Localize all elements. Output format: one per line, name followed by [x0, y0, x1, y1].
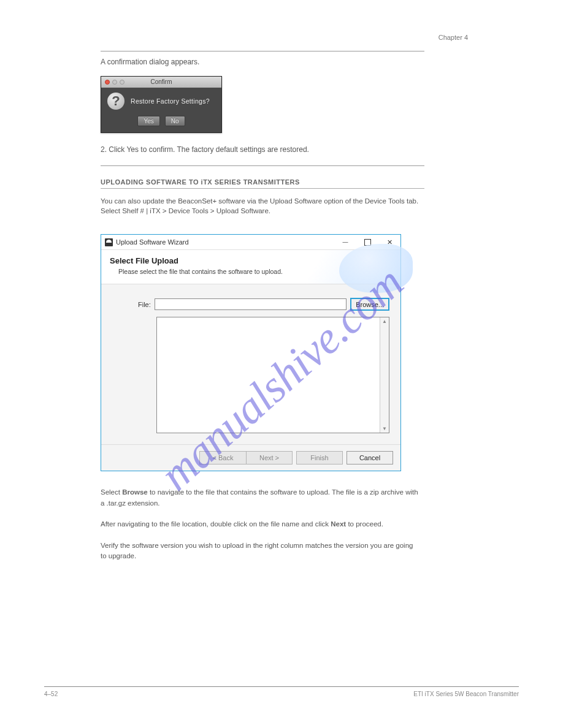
- heading-underline: [101, 188, 424, 189]
- question-icon: ?: [107, 93, 124, 110]
- yes-button[interactable]: Yes: [137, 116, 159, 126]
- mid-divider: [101, 165, 424, 166]
- footer-product: ETI iTX Series 5W Beacon Transmitter: [413, 691, 519, 697]
- file-path-input[interactable]: [155, 298, 347, 310]
- scroll-up-icon[interactable]: ▲: [382, 317, 387, 325]
- close-traffic-icon[interactable]: [105, 80, 110, 85]
- no-button[interactable]: No: [165, 116, 185, 126]
- wizard-title: Upload Software Wizard: [116, 238, 189, 246]
- upload-log-box: ▲ ▼: [156, 317, 389, 433]
- wizard-heading: Select File Upload: [110, 256, 392, 265]
- minimize-icon[interactable]: [337, 236, 354, 248]
- browse-button[interactable]: Browse...: [350, 298, 389, 311]
- step-2-text: 2. Click Yes to confirm. The factory def…: [101, 145, 421, 155]
- confirm-titlebar: Confirm: [101, 77, 221, 88]
- app-icon: [105, 238, 113, 246]
- cancel-button[interactable]: Cancel: [347, 451, 393, 464]
- upload-software-wizard: Upload Software Wizard Select File Uploa…: [101, 234, 401, 471]
- wizard-subtext: Please select the file that contains the…: [118, 268, 392, 275]
- section-heading: UPLOADING SOFTWARE TO iTX SERIES TRANSMI…: [101, 178, 519, 186]
- confirm-dialog: Confirm ? Restore Factory Settings? Yes …: [101, 76, 222, 133]
- intro-text: A confirmation dialog appears.: [101, 58, 421, 67]
- scrollbar[interactable]: ▲ ▼: [380, 317, 389, 433]
- chapter-header: Chapter 4: [439, 34, 468, 41]
- section-body: You can also update the BeaconSet+ softw…: [101, 196, 421, 216]
- scroll-down-icon[interactable]: ▼: [382, 425, 387, 433]
- back-button: < Back: [199, 451, 246, 464]
- top-divider: [101, 51, 424, 51]
- finish-button: Finish: [296, 451, 343, 464]
- minimize-traffic-icon: [112, 80, 117, 85]
- file-label: File:: [138, 301, 151, 308]
- wizard-titlebar: Upload Software Wizard: [101, 235, 400, 250]
- footer-divider: [44, 686, 519, 687]
- page-number: 4–52: [44, 691, 58, 697]
- confirm-message: Restore Factory Settings?: [131, 97, 210, 105]
- next-button: Next >: [246, 451, 293, 464]
- instructions-paragraph: Select Browse to navigate to the file th…: [101, 487, 421, 561]
- zoom-traffic-icon: [120, 80, 124, 85]
